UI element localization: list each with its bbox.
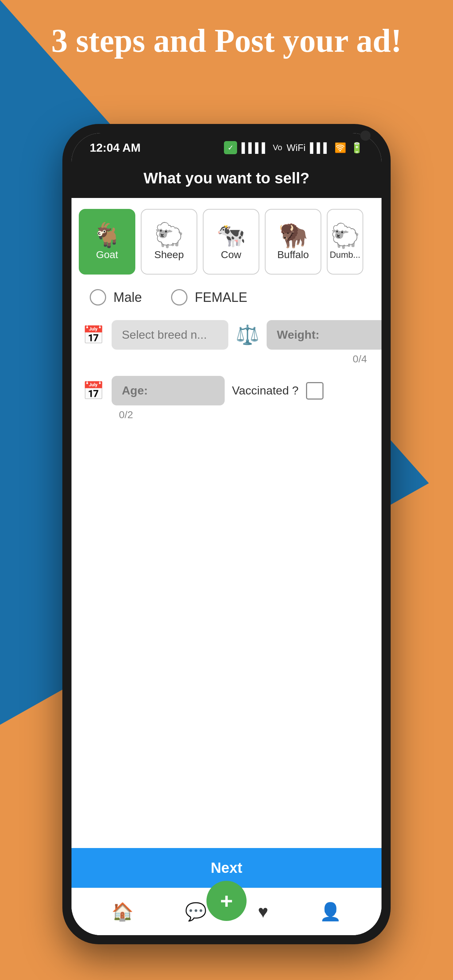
status-time: 12:04 AM <box>90 141 140 154</box>
signal-icon-2: ▌▌▌ <box>310 142 330 153</box>
animal-card-buffalo[interactable]: 🦬 Buffalo <box>265 209 321 275</box>
chat-nav-icon[interactable]: 💬 <box>185 902 207 922</box>
add-nav-button[interactable]: + <box>206 881 247 921</box>
heart-nav-icon[interactable]: ♥ <box>258 902 268 922</box>
phone-frame: 12:04 AM ✓ ▌▌▌▌ Vo WiFi ▌▌▌ 🛜 🔋 What you… <box>62 124 391 944</box>
weight-input[interactable] <box>266 320 381 350</box>
scale-icon: ⚖️ <box>236 324 259 346</box>
animal-card-cow[interactable]: 🐄 Cow <box>203 209 259 275</box>
gender-section: Male FEMALE <box>72 282 381 313</box>
age-char-count: 0/2 <box>83 409 370 421</box>
breed-weight-row: 📅 ⚖️ <box>83 320 370 350</box>
animal-card-dumba[interactable]: 🐑 Dumb... <box>327 209 363 275</box>
status-icons: ✓ ▌▌▌▌ Vo WiFi ▌▌▌ 🛜 🔋 <box>224 141 363 154</box>
page-header: 3 steps and Post your ad! <box>0 22 453 60</box>
vaccinated-label: Vaccinated ? <box>232 383 299 398</box>
buffalo-emoji: 🦬 <box>278 223 308 247</box>
calendar-icon-2: 📅 <box>83 380 104 401</box>
vaccinated-checkbox[interactable] <box>306 382 324 399</box>
signal-icon: ▌▌▌▌ <box>241 142 268 153</box>
check-app-icon: ✓ <box>224 141 237 154</box>
age-vaccinated-row: 📅 Vaccinated ? <box>83 376 370 406</box>
cow-label: Cow <box>221 249 241 261</box>
content-spacer <box>72 428 381 848</box>
sheep-emoji: 🐑 <box>154 223 184 247</box>
phone-screen: 12:04 AM ✓ ▌▌▌▌ Vo WiFi ▌▌▌ 🛜 🔋 What you… <box>72 133 381 935</box>
breed-input[interactable] <box>112 320 228 350</box>
female-label: FEMALE <box>195 290 247 305</box>
calendar-icon: 📅 <box>83 325 104 345</box>
dumba-label: Dumb... <box>330 250 360 260</box>
goat-emoji: 🐐 <box>92 223 122 247</box>
animals-section: 🐐 Goat 🐑 Sheep 🐄 Cow 🦬 <box>72 198 381 282</box>
animals-row: 🐐 Goat 🐑 Sheep 🐄 Cow 🦬 <box>79 209 374 275</box>
battery-icon: 🔋 <box>351 142 363 154</box>
form-section: 📅 ⚖️ 0/4 📅 Vaccinated ? 0/2 <box>72 313 381 428</box>
app-header: What you want to sell? <box>72 162 381 198</box>
animal-card-goat[interactable]: 🐐 Goat <box>79 209 135 275</box>
weight-char-count: 0/4 <box>83 353 370 365</box>
bottom-nav: 🏠 💬 + ♥ 👤 <box>72 888 381 935</box>
camera-dot <box>360 130 370 141</box>
home-nav-icon[interactable]: 🏠 <box>112 902 134 922</box>
wifi-icon: WiFi <box>287 142 306 153</box>
age-input[interactable] <box>112 376 225 406</box>
app-title: What you want to sell? <box>86 170 367 187</box>
status-bar: 12:04 AM ✓ ▌▌▌▌ Vo WiFi ▌▌▌ 🛜 🔋 <box>72 133 381 162</box>
gender-male-option[interactable]: Male <box>90 289 142 305</box>
goat-label: Goat <box>96 249 118 261</box>
phone-wrapper: 12:04 AM ✓ ▌▌▌▌ Vo WiFi ▌▌▌ 🛜 🔋 What you… <box>62 124 391 944</box>
sheep-label: Sheep <box>154 249 184 261</box>
gender-female-option[interactable]: FEMALE <box>171 289 247 305</box>
animal-card-sheep[interactable]: 🐑 Sheep <box>141 209 197 275</box>
buffalo-label: Buffalo <box>277 249 309 261</box>
vo-label: Vo <box>273 143 282 153</box>
female-radio[interactable] <box>171 289 187 305</box>
dumba-emoji: 🐑 <box>330 224 360 248</box>
wifi-icon-2: 🛜 <box>335 142 346 153</box>
cow-emoji: 🐄 <box>216 223 246 247</box>
male-label: Male <box>113 290 142 305</box>
content-area: 🐐 Goat 🐑 Sheep 🐄 Cow 🦬 <box>72 198 381 935</box>
profile-nav-icon[interactable]: 👤 <box>319 902 341 922</box>
male-radio[interactable] <box>90 289 106 305</box>
